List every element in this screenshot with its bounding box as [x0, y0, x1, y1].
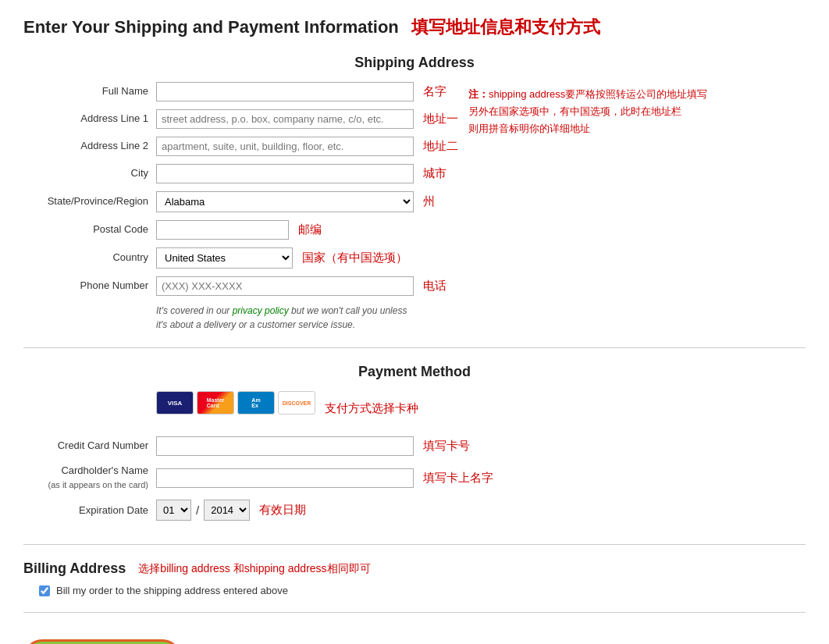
address1-cn: 地址一: [423, 112, 458, 126]
cardholder-input-wrap: [156, 468, 414, 488]
billing-cn-label: 选择billing address 和shipping address相同即可: [138, 562, 370, 576]
phone-input[interactable]: [156, 276, 414, 296]
country-row: Country United StatesChinaCanadaUnited K…: [23, 247, 806, 269]
full-name-label: Full Name: [23, 84, 148, 98]
billing-checkbox-label: Bill my order to the shipping address en…: [56, 585, 288, 596]
billing-checkbox-row: Bill my order to the shipping address en…: [39, 585, 806, 596]
city-cn: 城市: [423, 166, 447, 181]
privacy-policy-link[interactable]: privacy policy: [233, 305, 289, 316]
cardholder-label: Cardholder's Name (as it appears on the …: [23, 464, 148, 492]
shipping-section-title: Shipping Address: [23, 55, 806, 71]
country-select-wrap: United StatesChinaCanadaUnited KingdomAu…: [156, 247, 293, 269]
expiry-label: Expiration Date: [23, 503, 148, 518]
postal-input[interactable]: [156, 220, 289, 240]
expiry-month-select[interactable]: 010203040506070809101112: [156, 500, 191, 521]
mastercard-icon: MasterCard: [197, 391, 234, 415]
state-cn: 州: [423, 194, 435, 209]
phone-input-wrap: [156, 276, 414, 296]
page-title-en: Enter Your Shipping and Payment Informat…: [23, 17, 399, 37]
phone-label: Phone Number: [23, 279, 148, 293]
credit-card-label: Credit Card Number: [23, 439, 148, 453]
billing-section-title: Billing Address: [23, 560, 126, 577]
credit-card-row: Credit Card Number 填写卡号: [23, 436, 806, 456]
payment-cn-label: 支付方式选择卡种: [325, 401, 418, 416]
state-select[interactable]: AlabamaAlaskaArizonaArkansasCaliforniaCo…: [156, 191, 414, 212]
address2-label: Address Line 2: [23, 139, 148, 153]
payment-section-title: Payment Method: [23, 364, 806, 380]
payment-section: Payment Method VISA MasterCard AmEx DISC…: [23, 364, 806, 545]
state-select-wrap: AlabamaAlaskaArizonaArkansasCaliforniaCo…: [156, 191, 414, 212]
expiry-row: Expiration Date 010203040506070809101112…: [23, 500, 806, 521]
address1-input[interactable]: [156, 109, 414, 129]
page-title-cn: 填写地址信息和支付方式: [411, 17, 600, 37]
address1-input-wrap: [156, 109, 414, 129]
bottom-bar: save and continue Cancel 保存 继续下一步 ✦ 手里来海…: [23, 632, 806, 644]
card-icons: VISA MasterCard AmEx DISCOVER: [156, 391, 315, 415]
postal-row: Postal Code 邮编: [23, 220, 806, 240]
discover-icon: DISCOVER: [278, 391, 315, 415]
postal-cn: 邮编: [298, 222, 322, 237]
city-input[interactable]: [156, 164, 414, 183]
page-title: Enter Your Shipping and Payment Informat…: [23, 16, 806, 39]
cardholder-input[interactable]: [156, 468, 414, 488]
full-name-cn: 名字: [423, 84, 447, 99]
state-row: State/Province/Region AlabamaAlaskaArizo…: [23, 191, 806, 212]
address2-cn: 地址二: [423, 139, 458, 154]
postal-label: Postal Code: [23, 222, 148, 237]
amex-icon: AmEx: [237, 391, 275, 415]
cardholder-cn: 填写卡上名字: [423, 471, 493, 486]
city-input-wrap: [156, 164, 414, 183]
postal-input-wrap: [156, 220, 289, 240]
country-select[interactable]: United StatesChinaCanadaUnited KingdomAu…: [156, 247, 293, 269]
shipping-note: 注：shipping address要严格按照转运公司的地址填写 另外在国家选项…: [468, 86, 765, 137]
shipping-section: Shipping Address 注：shipping address要严格按照…: [23, 55, 806, 348]
address2-input-wrap: [156, 137, 414, 156]
address2-input[interactable]: [156, 137, 414, 156]
address1-label: Address Line 1: [23, 112, 148, 126]
country-label: Country: [23, 251, 148, 265]
city-row: City 城市: [23, 164, 806, 183]
state-label: State/Province/Region: [23, 194, 148, 208]
address2-row: Address Line 2 地址二: [23, 137, 806, 156]
billing-section: Billing Address 选择billing address 和shipp…: [23, 560, 806, 613]
privacy-note: It's covered in our privacy policy but w…: [156, 304, 414, 332]
cardholder-row: Cardholder's Name (as it appears on the …: [23, 464, 806, 492]
expiry-cn: 有效日期: [259, 503, 306, 518]
full-name-input-wrap: [156, 82, 414, 101]
credit-card-input[interactable]: [156, 436, 414, 456]
full-name-input[interactable]: [156, 82, 414, 101]
billing-checkbox[interactable]: [39, 585, 50, 596]
country-cn: 国家（有中国选项）: [302, 251, 407, 265]
expiry-selects: 010203040506070809101112 / 2013201420152…: [156, 500, 250, 521]
credit-card-input-wrap: [156, 436, 414, 456]
city-label: City: [23, 166, 148, 180]
phone-cn: 电话: [423, 279, 447, 294]
save-continue-button[interactable]: save and continue: [23, 639, 181, 644]
expiry-separator: /: [196, 503, 199, 517]
credit-card-cn: 填写卡号: [423, 439, 470, 454]
phone-row: Phone Number 电话: [23, 276, 806, 296]
billing-header: Billing Address 选择billing address 和shipp…: [23, 560, 806, 577]
expiry-year-select[interactable]: 20132014201520162017201820192020: [204, 500, 250, 521]
visa-icon: VISA: [156, 391, 194, 415]
